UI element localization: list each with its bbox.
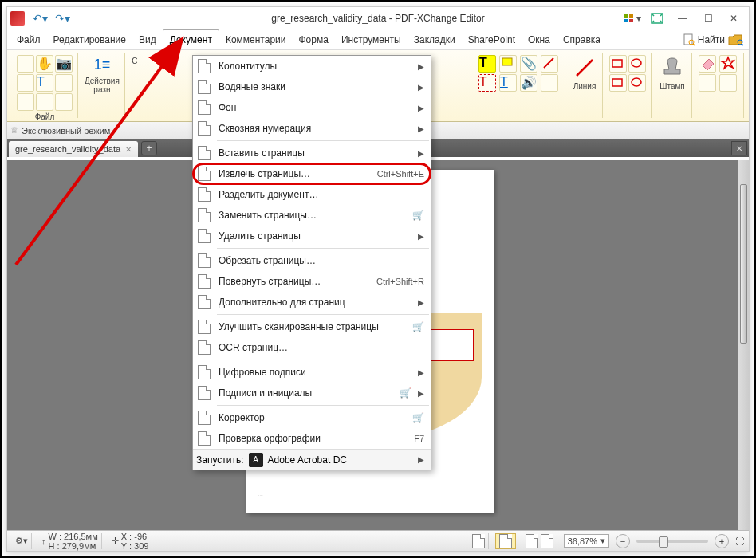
menu-file[interactable]: Файл <box>10 29 47 49</box>
svg-rect-1 <box>629 14 633 18</box>
app-window: ↶▾ ↷▾ gre_research_validity_data - PDF-X… <box>6 6 750 552</box>
chevron-right-icon: ▶ <box>418 232 424 241</box>
menu-item-19[interactable]: Подписи и инициалы🛒▶ <box>193 383 431 403</box>
svg-rect-15 <box>612 79 622 86</box>
ribbon-text-tool[interactable]: T <box>36 74 53 92</box>
ribbon-actions-btn[interactable]: 1≡ <box>93 55 112 75</box>
find-tool[interactable]: Найти <box>683 33 725 46</box>
textbox-tool[interactable]: T <box>478 74 496 92</box>
open-folder-button[interactable] <box>728 33 744 46</box>
redo-button[interactable]: ↷▾ <box>52 10 73 27</box>
fullscreen-button[interactable] <box>645 10 669 27</box>
menu-item-7[interactable]: Разделить документ… <box>193 184 431 205</box>
page-icon <box>196 187 212 202</box>
options-gear[interactable]: ⚙▾ <box>12 533 32 549</box>
underline-text[interactable]: T <box>499 74 517 92</box>
minimize-button[interactable]: — <box>671 10 695 27</box>
rect-tool[interactable] <box>609 55 627 73</box>
eraser-tool[interactable] <box>699 55 716 73</box>
highlight-tool[interactable]: T <box>478 55 496 73</box>
menu-item-16[interactable]: OCR страниц… <box>193 337 431 358</box>
callout-tool[interactable] <box>499 55 517 73</box>
menu-item-22[interactable]: Проверка орфографииF7 <box>193 428 431 449</box>
page-icon <box>196 253 212 269</box>
new-tab-button[interactable]: + <box>141 141 157 155</box>
fit-page[interactable]: ⛶ <box>735 536 744 546</box>
document-tab[interactable]: gre_research_validity_data ✕ <box>9 141 138 157</box>
rect-tool2[interactable] <box>609 74 627 92</box>
menu-item-0[interactable]: Колонтитулы▶ <box>193 56 431 77</box>
stamp-button[interactable] <box>658 55 687 81</box>
layout-single[interactable] <box>469 533 489 549</box>
zoom-out[interactable]: − <box>616 534 630 548</box>
crown-icon: ♕ <box>10 125 18 136</box>
line-tool2[interactable] <box>541 74 558 92</box>
menu-item-21[interactable]: Корректор🛒 <box>193 407 431 428</box>
ribbon-btn[interactable] <box>55 93 73 111</box>
ribbon-hand-tool[interactable]: ✋ <box>36 55 53 73</box>
maximize-button[interactable]: ☐ <box>696 10 720 27</box>
menu-tools[interactable]: Инструменты <box>335 29 408 49</box>
chevron-right-icon: ▶ <box>418 389 424 398</box>
menu-edit[interactable]: Редактирование <box>47 29 132 49</box>
sound-tool[interactable]: 🔊 <box>520 74 537 92</box>
page-icon <box>196 166 212 182</box>
chevron-right-icon: ▶ <box>418 298 424 307</box>
tab-close-icon[interactable]: ✕ <box>125 145 132 154</box>
menu-item-18[interactable]: Цифровые подписи▶ <box>193 362 431 383</box>
cart-icon: 🛒 <box>412 210 424 221</box>
attach-tool[interactable]: 📎 <box>520 55 537 73</box>
menu-item-13[interactable]: Дополнительно для страниц▶ <box>193 292 431 312</box>
scrollbar-thumb[interactable] <box>740 184 747 344</box>
ribbon-btn[interactable] <box>17 74 34 92</box>
layout-continuous[interactable] <box>495 533 516 549</box>
zoom-in[interactable]: + <box>715 534 729 548</box>
zoom-slider[interactable] <box>636 540 708 543</box>
ribbon-btn[interactable] <box>36 93 53 111</box>
vertical-scrollbar[interactable] <box>738 160 749 530</box>
burst-tool[interactable] <box>719 55 737 73</box>
menu-item-15[interactable]: Улучшить сканированные страницы🛒 <box>193 316 431 337</box>
menu-windows[interactable]: Окна <box>522 29 557 49</box>
menu-form[interactable]: Форма <box>292 29 334 49</box>
ribbon-btn[interactable] <box>17 55 34 73</box>
menu-sharepoint[interactable]: SharePoint <box>462 29 522 49</box>
menu-item-8[interactable]: Заменить страницы…🛒 <box>193 205 431 226</box>
menu-item-1[interactable]: Водяные знаки▶ <box>193 77 431 97</box>
menu-item-12[interactable]: Повернуть страницы…Ctrl+Shift+R <box>193 271 431 292</box>
menu-bookmarks[interactable]: Закладки <box>408 29 462 49</box>
menu-comments[interactable]: Комментарии <box>219 29 293 49</box>
ui-options-button[interactable]: ▾ <box>620 10 644 27</box>
menu-item-6[interactable]: Извлечь страницы…Ctrl+Shift+E <box>193 163 431 184</box>
ribbon-btn[interactable] <box>55 74 73 92</box>
page-footer: .... <box>258 492 482 497</box>
page-icon <box>196 228 212 244</box>
menu-item-5[interactable]: Вставить страницы▶ <box>193 143 431 163</box>
menu-item-2[interactable]: Фон▶ <box>193 97 431 118</box>
svg-point-16 <box>632 78 641 86</box>
tool4[interactable] <box>719 74 737 92</box>
ribbon-btn[interactable] <box>17 93 34 111</box>
launch-row[interactable]: Запустить: A Adobe Acrobat DC ▶ <box>193 449 431 470</box>
acrobat-icon: A <box>249 453 263 467</box>
menu-view[interactable]: Вид <box>132 29 163 49</box>
close-all-tabs[interactable]: ✕ <box>731 141 747 155</box>
menu-help[interactable]: Справка <box>557 29 607 49</box>
line-arrow-tool[interactable] <box>541 55 558 73</box>
menu-item-9[interactable]: Удалить страницы▶ <box>193 226 431 246</box>
page-icon <box>196 145 212 161</box>
page-icon <box>196 273 212 289</box>
menu-item-3[interactable]: Сквозная нумерация▶ <box>193 118 431 139</box>
menu-item-11[interactable]: Обрезать страницы… <box>193 250 431 271</box>
undo-button[interactable]: ↶▾ <box>30 10 50 27</box>
ribbon-snapshot[interactable]: 📷 <box>55 55 73 73</box>
title-bar: ↶▾ ↷▾ gre_research_validity_data - PDF-X… <box>7 7 749 29</box>
menu-document[interactable]: Документ <box>163 29 219 49</box>
zoom-combo[interactable]: 36,87%▾ <box>564 534 609 548</box>
line-button[interactable] <box>572 55 597 81</box>
oval-tool2[interactable] <box>628 74 646 92</box>
close-button[interactable]: ✕ <box>722 10 746 27</box>
tool3[interactable] <box>699 74 716 92</box>
layout-two[interactable] <box>522 533 557 549</box>
oval-tool[interactable] <box>628 55 646 73</box>
